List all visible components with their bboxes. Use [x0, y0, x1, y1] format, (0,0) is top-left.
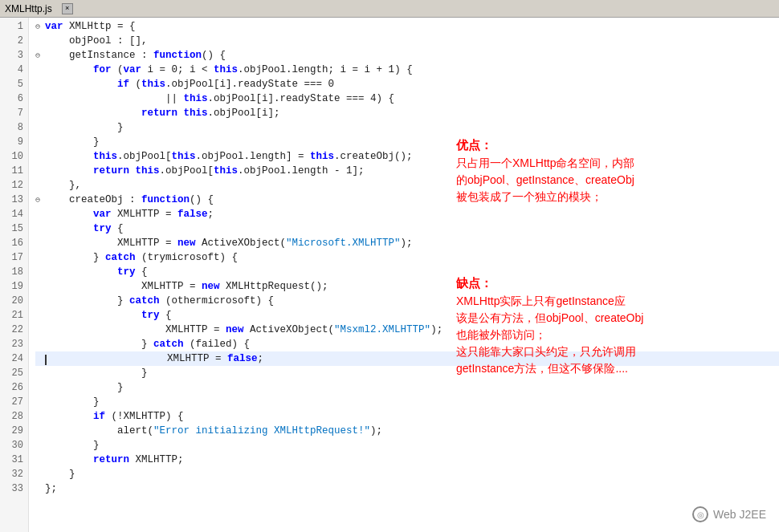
token-plain: i = 0; i < [141, 64, 214, 75]
code-line: ⊖ getInstance : function() { [35, 48, 779, 63]
token-plain: .objPool.length - 1]; [238, 165, 365, 177]
watermark-text: Web J2EE [713, 508, 766, 521]
code-line: } [35, 380, 779, 395]
line-number: 16 [0, 236, 28, 250]
token-plain [45, 266, 117, 278]
line-number: 14 [0, 207, 28, 221]
watermark: ◎ Web J2EE [692, 506, 766, 522]
fold-icon [35, 424, 45, 439]
line-number: 27 [0, 395, 28, 409]
code-line: XMLHTTP = new ActiveXObject("Microsoft.X… [35, 236, 779, 250]
token-plain: (failed) { [184, 339, 251, 350]
line-number: 21 [0, 308, 28, 323]
token-plain: .objPool[ [160, 165, 214, 177]
file-title: XMLHttp.js [5, 3, 52, 14]
token-plain: } [45, 295, 129, 307]
token-plain [45, 108, 141, 119]
line-number: 4 [0, 63, 28, 77]
token-plain: .objPool[i]; [208, 108, 280, 119]
token-plain: } [45, 122, 124, 133]
token-kw: try [141, 310, 160, 321]
token-plain: createObj : [45, 194, 141, 205]
line-number: 9 [0, 135, 28, 149]
token-plain: } [45, 469, 75, 480]
cons-line-2: 该是公有方法，但objPool、createObj [456, 310, 769, 327]
token-plain: } [45, 252, 105, 263]
line-number: 17 [0, 250, 28, 265]
token-plain: .objPool.length; i = i + 1) { [238, 64, 413, 75]
code-line: alert("Error initializing XMLHttpRequest… [35, 424, 779, 438]
fold-icon[interactable]: ⊖ [35, 193, 45, 208]
token-plain: (trymicrosoft) { [136, 252, 239, 263]
fold-icon [35, 323, 45, 338]
token-kw: new [177, 238, 196, 249]
token-plain: } [45, 136, 100, 148]
token-plain: ; [208, 209, 214, 220]
fold-icon [35, 338, 45, 352]
fold-icon [35, 121, 45, 136]
line-number: 30 [0, 438, 28, 453]
token-kw: this [141, 79, 165, 90]
token-kw: try [93, 223, 112, 234]
fold-icon [35, 136, 45, 150]
token-plain: XMLHTTP = [112, 209, 178, 220]
token-kw: this [184, 93, 208, 104]
fold-icon [35, 237, 45, 251]
token-plain [45, 411, 93, 422]
token-str: "Error initializing XMLHttpRequest!" [153, 425, 370, 437]
fold-icon [35, 410, 45, 424]
fold-icon [35, 92, 45, 107]
fold-icon [35, 381, 45, 396]
token-plain [45, 454, 93, 465]
token-plain [45, 165, 93, 177]
cons-line-4: 这只能靠大家口头约定，只允许调用 [456, 343, 769, 360]
fold-icon [35, 222, 45, 237]
token-kw: var [45, 21, 63, 32]
fold-icon [35, 35, 45, 49]
line-number: 29 [0, 424, 28, 438]
close-button[interactable]: × [62, 3, 73, 14]
token-kw: catch [153, 339, 184, 350]
line-number: 33 [0, 481, 28, 496]
token-plain: ); [401, 238, 413, 249]
token-plain: .objPool[i].readyState === 4) { [208, 93, 395, 104]
code-line: for (var i = 0; i < this.objPool.length;… [35, 63, 779, 77]
main-window: XMLHttp.js × 123456789101112131415161718… [0, 0, 779, 532]
token-plain: .objPool[i].readyState === 0 [165, 79, 334, 90]
line-number: 26 [0, 380, 28, 395]
cons-line-1: XMLHttp实际上只有getInstance应 [456, 293, 769, 310]
code-line: } catch (trymicrosoft) { [35, 250, 779, 265]
code-line: }; [35, 481, 779, 496]
annotation-cons: 缺点： XMLHttp实际上只有getInstance应 该是公有方法，但obj… [456, 274, 769, 377]
token-kw: this [136, 165, 160, 177]
token-kw: this [172, 151, 196, 162]
annotation-pros: 优点： 只占用一个XMLHttp命名空间，内部 的objPool、getInst… [456, 136, 769, 205]
token-kw: this [214, 64, 238, 75]
token-kw: function [153, 50, 202, 61]
fold-icon [35, 179, 45, 193]
token-plain [45, 79, 117, 90]
fold-icon[interactable]: ⊖ [35, 20, 45, 35]
token-kw: this [214, 165, 238, 177]
token-plain: { [160, 310, 172, 321]
token-plain: XMLHTTP = [45, 324, 226, 335]
token-plain: .objPool[ [117, 151, 172, 162]
fold-icon [35, 396, 45, 410]
fold-icon [35, 367, 45, 381]
token-kw: if [117, 79, 129, 90]
line-number: 28 [0, 409, 28, 424]
token-plain: || [45, 93, 184, 104]
line-number: 31 [0, 453, 28, 467]
fold-icon[interactable]: ⊖ [35, 49, 45, 63]
line-number: 1 [0, 19, 28, 34]
code-line: if (this.objPool[i].readyState === 0 [35, 77, 779, 91]
token-kw: if [93, 411, 105, 422]
fold-icon [35, 150, 45, 164]
line-number: 5 [0, 77, 28, 91]
token-kw: return [141, 108, 177, 119]
pros-line-3: 被包装成了一个独立的模块； [456, 189, 769, 205]
fold-icon [35, 439, 45, 453]
token-plain: } [45, 440, 100, 451]
line-number: 3 [0, 48, 28, 63]
token-str: "Msxml2.XMLHTTP" [334, 324, 430, 335]
